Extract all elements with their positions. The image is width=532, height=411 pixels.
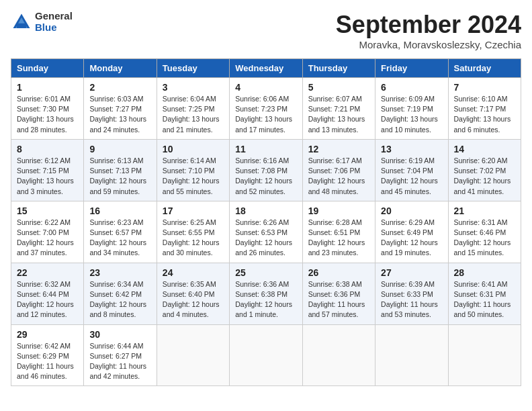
logo-text: General Blue: [35, 11, 73, 33]
weekday-header: Sunday: [11, 59, 84, 78]
day-number: 29: [17, 329, 78, 340]
day-number: 15: [17, 205, 78, 216]
calendar-cell: 28Sunrise: 6:41 AM Sunset: 6:31 PM Dayli…: [448, 263, 521, 324]
day-number: 22: [17, 267, 78, 278]
calendar-cell: [230, 324, 302, 386]
day-info: Sunrise: 6:10 AM Sunset: 7:17 PM Dayligh…: [454, 94, 515, 135]
day-number: 8: [17, 144, 78, 154]
day-number: 5: [308, 82, 369, 93]
day-number: 20: [381, 205, 442, 216]
calendar-cell: 5Sunrise: 6:07 AM Sunset: 7:21 PM Daylig…: [302, 78, 375, 140]
weekday-header: Monday: [84, 59, 157, 78]
calendar-cell: 17Sunrise: 6:25 AM Sunset: 6:55 PM Dayli…: [157, 201, 229, 263]
day-info: Sunrise: 6:22 AM Sunset: 7:00 PM Dayligh…: [17, 218, 78, 259]
day-number: 16: [89, 205, 150, 216]
weekday-header: Wednesday: [230, 59, 302, 78]
calendar-cell: 6Sunrise: 6:09 AM Sunset: 7:19 PM Daylig…: [375, 78, 448, 140]
calendar-cell: [302, 324, 375, 386]
day-info: Sunrise: 6:39 AM Sunset: 6:33 PM Dayligh…: [381, 279, 442, 320]
day-info: Sunrise: 6:32 AM Sunset: 6:44 PM Dayligh…: [17, 279, 78, 320]
day-number: 4: [235, 82, 296, 93]
calendar-cell: 24Sunrise: 6:35 AM Sunset: 6:40 PM Dayli…: [157, 263, 229, 324]
calendar-cell: 3Sunrise: 6:04 AM Sunset: 7:25 PM Daylig…: [157, 78, 229, 140]
day-number: 7: [454, 82, 515, 93]
calendar-cell: [157, 324, 229, 386]
weekday-header: Friday: [375, 59, 448, 78]
day-number: 12: [308, 144, 369, 154]
calendar-cell: [448, 324, 521, 386]
calendar-cell: 11Sunrise: 6:16 AM Sunset: 7:08 PM Dayli…: [230, 139, 302, 201]
calendar-cell: 15Sunrise: 6:22 AM Sunset: 7:00 PM Dayli…: [11, 201, 84, 263]
calendar-cell: 14Sunrise: 6:20 AM Sunset: 7:02 PM Dayli…: [448, 139, 521, 201]
day-number: 9: [89, 144, 150, 154]
calendar-cell: 1Sunrise: 6:01 AM Sunset: 7:30 PM Daylig…: [11, 78, 84, 140]
calendar-cell: 22Sunrise: 6:32 AM Sunset: 6:44 PM Dayli…: [11, 263, 84, 324]
day-number: 23: [89, 267, 150, 278]
calendar-cell: 18Sunrise: 6:26 AM Sunset: 6:53 PM Dayli…: [230, 201, 302, 263]
calendar-cell: 25Sunrise: 6:36 AM Sunset: 6:38 PM Dayli…: [230, 263, 302, 324]
day-number: 6: [381, 82, 442, 93]
calendar-cell: 26Sunrise: 6:38 AM Sunset: 6:36 PM Dayli…: [302, 263, 375, 324]
calendar-cell: 19Sunrise: 6:28 AM Sunset: 6:51 PM Dayli…: [302, 201, 375, 263]
day-info: Sunrise: 6:17 AM Sunset: 7:06 PM Dayligh…: [308, 156, 369, 197]
day-number: 11: [235, 144, 296, 154]
calendar-cell: 30Sunrise: 6:44 AM Sunset: 6:27 PM Dayli…: [84, 324, 157, 386]
day-number: 28: [454, 267, 515, 278]
day-number: 27: [381, 267, 442, 278]
calendar-cell: 27Sunrise: 6:39 AM Sunset: 6:33 PM Dayli…: [375, 263, 448, 324]
calendar-week-row: 8Sunrise: 6:12 AM Sunset: 7:15 PM Daylig…: [11, 139, 521, 201]
logo-icon: [11, 11, 32, 33]
day-info: Sunrise: 6:29 AM Sunset: 6:49 PM Dayligh…: [381, 218, 442, 259]
day-info: Sunrise: 6:12 AM Sunset: 7:15 PM Dayligh…: [17, 156, 78, 197]
calendar-cell: 20Sunrise: 6:29 AM Sunset: 6:49 PM Dayli…: [375, 201, 448, 263]
day-info: Sunrise: 6:19 AM Sunset: 7:04 PM Dayligh…: [381, 156, 442, 197]
svg-rect-2: [17, 23, 26, 28]
title-block: September 2024 Moravka, Moravskoslezsky,…: [336, 11, 521, 50]
calendar-cell: 4Sunrise: 6:06 AM Sunset: 7:23 PM Daylig…: [230, 78, 302, 140]
day-info: Sunrise: 6:36 AM Sunset: 6:38 PM Dayligh…: [235, 279, 296, 320]
day-info: Sunrise: 6:03 AM Sunset: 7:27 PM Dayligh…: [89, 94, 150, 135]
day-info: Sunrise: 6:25 AM Sunset: 6:55 PM Dayligh…: [163, 218, 224, 259]
day-info: Sunrise: 6:41 AM Sunset: 6:31 PM Dayligh…: [454, 279, 515, 320]
day-info: Sunrise: 6:28 AM Sunset: 6:51 PM Dayligh…: [308, 218, 369, 259]
calendar-cell: 16Sunrise: 6:23 AM Sunset: 6:57 PM Dayli…: [84, 201, 157, 263]
calendar-week-row: 22Sunrise: 6:32 AM Sunset: 6:44 PM Dayli…: [11, 263, 521, 324]
day-number: 14: [454, 144, 515, 154]
calendar-cell: 8Sunrise: 6:12 AM Sunset: 7:15 PM Daylig…: [11, 139, 84, 201]
day-number: 26: [308, 267, 369, 278]
day-number: 13: [381, 144, 442, 154]
logo-general: General: [35, 11, 73, 22]
day-number: 30: [89, 329, 150, 340]
day-number: 1: [17, 82, 78, 93]
calendar-week-row: 1Sunrise: 6:01 AM Sunset: 7:30 PM Daylig…: [11, 78, 521, 140]
calendar-cell: 21Sunrise: 6:31 AM Sunset: 6:46 PM Dayli…: [448, 201, 521, 263]
calendar-cell: 13Sunrise: 6:19 AM Sunset: 7:04 PM Dayli…: [375, 139, 448, 201]
calendar-cell: 2Sunrise: 6:03 AM Sunset: 7:27 PM Daylig…: [84, 78, 157, 140]
calendar-week-row: 29Sunrise: 6:42 AM Sunset: 6:29 PM Dayli…: [11, 324, 521, 386]
day-number: 10: [163, 144, 224, 154]
day-number: 18: [235, 205, 296, 216]
calendar-cell: 10Sunrise: 6:14 AM Sunset: 7:10 PM Dayli…: [157, 139, 229, 201]
calendar-cell: [375, 324, 448, 386]
calendar-cell: 12Sunrise: 6:17 AM Sunset: 7:06 PM Dayli…: [302, 139, 375, 201]
day-info: Sunrise: 6:38 AM Sunset: 6:36 PM Dayligh…: [308, 279, 369, 320]
day-number: 21: [454, 205, 515, 216]
calendar-week-row: 15Sunrise: 6:22 AM Sunset: 7:00 PM Dayli…: [11, 201, 521, 263]
day-number: 2: [89, 82, 150, 93]
location-title: Moravka, Moravskoslezsky, Czechia: [336, 39, 521, 50]
day-info: Sunrise: 6:09 AM Sunset: 7:19 PM Dayligh…: [381, 94, 442, 135]
day-info: Sunrise: 6:42 AM Sunset: 6:29 PM Dayligh…: [17, 341, 78, 382]
day-info: Sunrise: 6:26 AM Sunset: 6:53 PM Dayligh…: [235, 218, 296, 259]
page-header: General Blue September 2024 Moravka, Mor…: [11, 11, 521, 50]
day-info: Sunrise: 6:07 AM Sunset: 7:21 PM Dayligh…: [308, 94, 369, 135]
day-number: 24: [163, 267, 224, 278]
calendar-cell: 7Sunrise: 6:10 AM Sunset: 7:17 PM Daylig…: [448, 78, 521, 140]
day-number: 25: [235, 267, 296, 278]
weekday-header: Tuesday: [157, 59, 229, 78]
calendar-cell: 29Sunrise: 6:42 AM Sunset: 6:29 PM Dayli…: [11, 324, 84, 386]
day-number: 17: [163, 205, 224, 216]
logo: General Blue: [11, 11, 73, 33]
logo-blue: Blue: [35, 22, 73, 34]
day-info: Sunrise: 6:23 AM Sunset: 6:57 PM Dayligh…: [89, 218, 150, 259]
calendar-table: SundayMondayTuesdayWednesdayThursdayFrid…: [11, 58, 521, 386]
